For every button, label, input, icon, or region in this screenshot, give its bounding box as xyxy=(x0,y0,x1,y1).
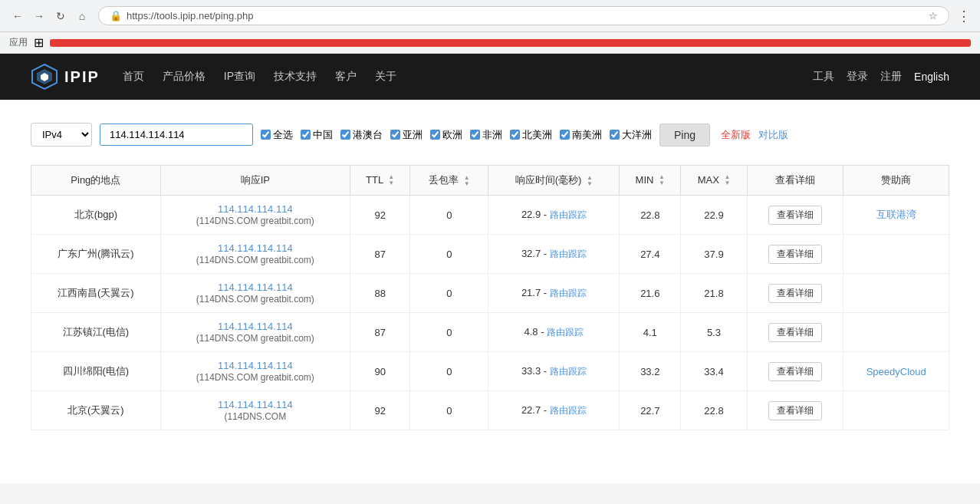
cell-max: 33.4 xyxy=(681,352,747,391)
checkbox-hmt[interactable]: 港澳台 xyxy=(340,128,383,142)
nav-about[interactable]: 关于 xyxy=(375,70,396,84)
site-header: IPIP 首页 产品价格 IP查询 技术支持 客户 关于 工具 登录 注册 En… xyxy=(0,54,980,100)
sponsor-link[interactable]: SpeedyCloud xyxy=(867,366,926,377)
checkbox-south-america[interactable]: 南美洲 xyxy=(560,128,602,142)
detail-button[interactable]: 查看详细 xyxy=(768,401,822,420)
th-min: MIN ▲ ▼ xyxy=(620,166,681,196)
nav-home[interactable]: 首页 xyxy=(123,70,144,84)
nav-english[interactable]: English xyxy=(914,71,949,83)
ip-link[interactable]: 114.114.114.114 xyxy=(218,321,293,332)
new-version-link[interactable]: 全新版 xyxy=(721,128,751,142)
checkbox-north-america[interactable]: 北美洲 xyxy=(510,128,552,142)
ip-suffix: (114DNS.COM xyxy=(225,411,287,422)
sponsor-link[interactable]: 互联港湾 xyxy=(876,209,916,220)
ip-link[interactable]: 114.114.114.114 xyxy=(218,399,293,410)
protocol-select[interactable]: IPv4 xyxy=(31,123,92,147)
ip-suffix: (114DNS.COM greatbit.com) xyxy=(196,294,314,305)
detail-button[interactable]: 查看详细 xyxy=(768,206,822,225)
cell-min: 27.4 xyxy=(620,235,681,274)
table-row: 北京(天翼云)114.114.114.114(114DNS.COM92022.7… xyxy=(31,391,949,430)
nav-tools[interactable]: 工具 xyxy=(813,70,834,84)
cell-ttl: 87 xyxy=(350,313,410,352)
max-sort-icon[interactable]: ▲ ▼ xyxy=(724,174,730,186)
route-link[interactable]: 路由跟踪 xyxy=(550,288,587,298)
browser-menu-icon[interactable]: ⋮ xyxy=(957,8,971,25)
checkbox-china[interactable]: 中国 xyxy=(301,128,333,142)
checkbox-europe[interactable]: 欧洲 xyxy=(430,128,462,142)
response-sort-icon[interactable]: ▲ ▼ xyxy=(587,175,593,187)
cell-max: 5.3 xyxy=(681,313,747,352)
cell-ip: 114.114.114.114(114DNS.COM greatbit.com) xyxy=(160,274,350,313)
table-header-row: Ping的地点 响应IP TTL ▲ ▼ 丢包率 ▲ ▼ xyxy=(31,166,949,196)
checkbox-all[interactable]: 全选 xyxy=(261,128,293,142)
ip-link[interactable]: 114.114.114.114 xyxy=(218,282,293,293)
cell-detail: 查看详细 xyxy=(747,391,844,430)
loss-sort-icon[interactable]: ▲ ▼ xyxy=(464,175,470,187)
route-link[interactable]: 路由跟踪 xyxy=(550,405,587,416)
ip-link[interactable]: 114.114.114.114 xyxy=(218,360,293,371)
contrast-version-link[interactable]: 对比版 xyxy=(758,128,788,142)
forward-button[interactable]: → xyxy=(31,8,48,25)
apps-grid-icon: ⊞ xyxy=(34,35,44,50)
address-bar[interactable]: 🔒 https://tools.ipip.net/ping.php ☆ xyxy=(98,6,949,25)
table-row: 江苏镇江(电信)114.114.114.114(114DNS.COM great… xyxy=(31,313,949,352)
checkbox-africa[interactable]: 非洲 xyxy=(470,128,502,142)
checkbox-oceania[interactable]: 大洋洲 xyxy=(610,128,652,142)
route-link[interactable]: 路由跟踪 xyxy=(550,249,587,259)
home-button[interactable]: ⌂ xyxy=(74,8,90,25)
cell-ip: 114.114.114.114(114DNS.COM greatbit.com) xyxy=(160,352,350,391)
cell-ttl: 90 xyxy=(350,352,410,391)
cell-min: 22.7 xyxy=(620,391,681,430)
detail-button[interactable]: 查看详细 xyxy=(768,284,822,303)
cell-response: 4.8 - 路由跟踪 xyxy=(488,313,620,352)
ip-suffix: (114DNS.COM greatbit.com) xyxy=(196,372,314,383)
cell-loss: 0 xyxy=(410,313,488,352)
cell-ip: 114.114.114.114(114DNS.COM greatbit.com) xyxy=(160,235,350,274)
nav-right: 工具 登录 注册 English xyxy=(813,70,949,84)
ip-link[interactable]: 114.114.114.114 xyxy=(218,242,293,254)
detail-button[interactable]: 查看详细 xyxy=(768,245,822,264)
route-link[interactable]: 路由跟踪 xyxy=(550,209,587,220)
th-sponsor: 赞助商 xyxy=(844,166,949,196)
cell-sponsor xyxy=(844,274,949,313)
cell-sponsor[interactable]: SpeedyCloud xyxy=(844,352,949,391)
cell-loss: 0 xyxy=(410,235,488,274)
route-link[interactable]: 路由跟踪 xyxy=(547,327,584,338)
cell-sponsor[interactable]: 互联港湾 xyxy=(844,196,949,235)
cell-detail: 查看详细 xyxy=(747,274,844,313)
nav-customers[interactable]: 客户 xyxy=(335,70,357,84)
cell-sponsor xyxy=(844,313,949,352)
nav-pricing[interactable]: 产品价格 xyxy=(163,70,206,84)
cell-location: 北京(bgp) xyxy=(31,196,161,235)
detail-button[interactable]: 查看详细 xyxy=(768,362,822,381)
cell-location: 江苏镇江(电信) xyxy=(31,313,161,352)
nav-ip-query[interactable]: IP查询 xyxy=(224,70,255,84)
cell-location: 江西南昌(天翼云) xyxy=(31,274,161,313)
cell-min: 4.1 xyxy=(620,313,681,352)
route-link[interactable]: 路由跟踪 xyxy=(550,366,587,377)
ip-input[interactable] xyxy=(100,124,253,146)
bookmark-icon[interactable]: ☆ xyxy=(929,10,938,21)
ping-button[interactable]: Ping xyxy=(659,124,710,147)
detail-button[interactable]: 查看详细 xyxy=(768,323,822,342)
cell-min: 22.8 xyxy=(620,196,681,235)
ttl-sort-icon[interactable]: ▲ ▼ xyxy=(388,174,394,186)
th-loss: 丢包率 ▲ ▼ xyxy=(410,166,488,196)
nav-tech-support[interactable]: 技术支持 xyxy=(274,70,317,84)
cell-max: 22.9 xyxy=(681,196,747,235)
cell-ttl: 87 xyxy=(350,235,410,274)
site-logo[interactable]: IPIP xyxy=(31,63,100,91)
checkbox-asia[interactable]: 亚洲 xyxy=(390,128,423,142)
region-checkboxes: 全选 中国 港澳台 亚洲 欧洲 非洲 xyxy=(261,128,652,142)
browser-chrome: ← → ↻ ⌂ 🔒 https://tools.ipip.net/ping.ph… xyxy=(0,0,980,32)
table-row: 广东广州(腾讯云)114.114.114.114(114DNS.COM grea… xyxy=(31,235,949,274)
nav-login[interactable]: 登录 xyxy=(847,70,868,84)
cell-detail: 查看详细 xyxy=(747,352,844,391)
cell-sponsor xyxy=(844,391,949,430)
ip-link[interactable]: 114.114.114.114 xyxy=(218,203,293,215)
reload-button[interactable]: ↻ xyxy=(52,8,69,25)
nav-register[interactable]: 注册 xyxy=(880,70,902,84)
nav-buttons[interactable]: ← → ↻ ⌂ xyxy=(9,8,90,25)
back-button[interactable]: ← xyxy=(9,8,26,25)
min-sort-icon[interactable]: ▲ ▼ xyxy=(659,174,665,186)
